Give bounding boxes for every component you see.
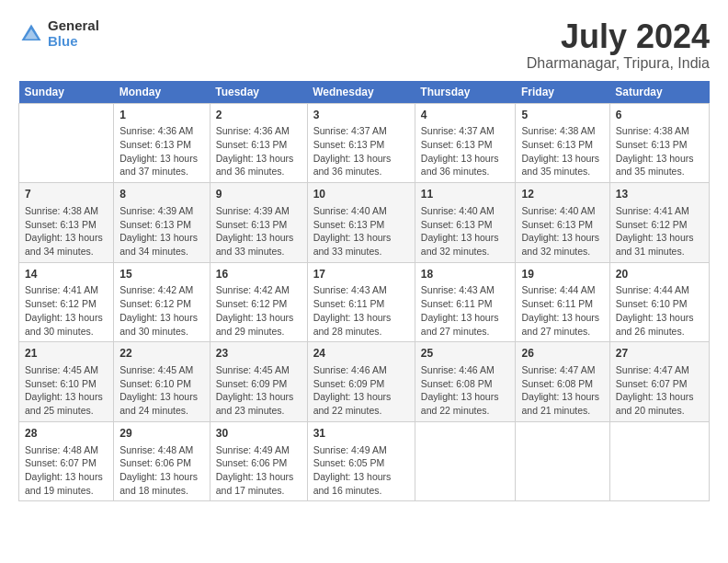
cell-info: Sunrise: 4:45 AMSunset: 6:10 PMDaylight:… — [25, 363, 108, 418]
calendar-cell: 26Sunrise: 4:47 AMSunset: 6:08 PMDayligh… — [516, 342, 609, 422]
subtitle: Dharmanagar, Tripura, India — [527, 55, 710, 72]
cell-info: Sunrise: 4:44 AMSunset: 6:10 PMDaylight:… — [616, 283, 703, 338]
calendar-cell: 18Sunrise: 4:43 AMSunset: 6:11 PMDayligh… — [415, 262, 516, 342]
calendar-cell: 7Sunrise: 4:38 AMSunset: 6:13 PMDaylight… — [19, 183, 114, 263]
calendar-cell: 30Sunrise: 4:49 AMSunset: 6:06 PMDayligh… — [210, 421, 307, 501]
cell-info: Sunrise: 4:38 AMSunset: 6:13 PMDaylight:… — [616, 124, 703, 178]
day-number: 31 — [313, 426, 409, 442]
calendar-cell: 1Sunrise: 4:36 AMSunset: 6:13 PMDaylight… — [114, 103, 210, 183]
day-number: 29 — [119, 426, 203, 442]
cell-info: Sunrise: 4:40 AMSunset: 6:13 PMDaylight:… — [521, 204, 603, 259]
calendar-cell: 12Sunrise: 4:40 AMSunset: 6:13 PMDayligh… — [516, 183, 609, 263]
calendar-cell — [516, 421, 609, 501]
day-number: 11 — [421, 187, 510, 202]
day-number: 7 — [25, 187, 108, 202]
day-number: 30 — [216, 426, 301, 442]
calendar-cell: 16Sunrise: 4:42 AMSunset: 6:12 PMDayligh… — [210, 262, 307, 342]
cell-info: Sunrise: 4:48 AMSunset: 6:06 PMDaylight:… — [119, 443, 203, 498]
day-number: 17 — [313, 267, 409, 282]
cell-info: Sunrise: 4:48 AMSunset: 6:07 PMDaylight:… — [25, 443, 108, 498]
day-number: 15 — [119, 267, 203, 282]
col-header-thursday: Thursday — [415, 81, 516, 104]
day-number: 22 — [119, 346, 203, 362]
cell-info: Sunrise: 4:42 AMSunset: 6:12 PMDaylight:… — [119, 283, 203, 338]
calendar-cell: 27Sunrise: 4:47 AMSunset: 6:07 PMDayligh… — [609, 342, 709, 422]
calendar-cell: 31Sunrise: 4:49 AMSunset: 6:05 PMDayligh… — [307, 421, 415, 501]
day-number: 8 — [119, 187, 203, 202]
col-header-tuesday: Tuesday — [210, 81, 307, 104]
calendar-cell: 8Sunrise: 4:39 AMSunset: 6:13 PMDaylight… — [114, 183, 210, 263]
calendar-cell: 6Sunrise: 4:38 AMSunset: 6:13 PMDaylight… — [609, 103, 709, 183]
calendar-cell: 3Sunrise: 4:37 AMSunset: 6:13 PMDaylight… — [307, 103, 415, 183]
page: General Blue July 2024 Dharmanagar, Trip… — [0, 0, 728, 563]
calendar-cell: 2Sunrise: 4:36 AMSunset: 6:13 PMDaylight… — [210, 103, 307, 183]
calendar-cell: 22Sunrise: 4:45 AMSunset: 6:10 PMDayligh… — [114, 342, 210, 422]
cell-info: Sunrise: 4:40 AMSunset: 6:13 PMDaylight:… — [313, 204, 409, 259]
cell-info: Sunrise: 4:46 AMSunset: 6:08 PMDaylight:… — [421, 363, 510, 418]
cell-info: Sunrise: 4:42 AMSunset: 6:12 PMDaylight:… — [216, 283, 301, 338]
cell-info: Sunrise: 4:43 AMSunset: 6:11 PMDaylight:… — [421, 283, 510, 338]
day-number: 3 — [313, 108, 409, 123]
calendar-cell: 23Sunrise: 4:45 AMSunset: 6:09 PMDayligh… — [210, 342, 307, 422]
col-header-friday: Friday — [516, 81, 609, 104]
calendar-cell: 19Sunrise: 4:44 AMSunset: 6:11 PMDayligh… — [516, 262, 609, 342]
col-header-sunday: Sunday — [19, 81, 114, 104]
day-number: 23 — [216, 346, 301, 362]
cell-info: Sunrise: 4:39 AMSunset: 6:13 PMDaylight:… — [216, 204, 301, 259]
cell-info: Sunrise: 4:36 AMSunset: 6:13 PMDaylight:… — [119, 124, 203, 178]
day-number: 20 — [616, 267, 703, 282]
calendar-table: SundayMondayTuesdayWednesdayThursdayFrid… — [18, 81, 710, 502]
calendar-cell: 28Sunrise: 4:48 AMSunset: 6:07 PMDayligh… — [19, 421, 114, 501]
cell-info: Sunrise: 4:38 AMSunset: 6:13 PMDaylight:… — [521, 124, 603, 178]
calendar-cell: 24Sunrise: 4:46 AMSunset: 6:09 PMDayligh… — [307, 342, 415, 422]
calendar-cell: 10Sunrise: 4:40 AMSunset: 6:13 PMDayligh… — [307, 183, 415, 263]
day-number: 25 — [421, 346, 510, 362]
day-number: 24 — [313, 346, 409, 362]
day-number: 19 — [521, 267, 603, 282]
day-number: 5 — [521, 108, 603, 123]
cell-info: Sunrise: 4:46 AMSunset: 6:09 PMDaylight:… — [313, 363, 409, 418]
logo-text: General Blue — [48, 18, 99, 49]
cell-info: Sunrise: 4:37 AMSunset: 6:13 PMDaylight:… — [313, 124, 409, 178]
cell-info: Sunrise: 4:49 AMSunset: 6:05 PMDaylight:… — [313, 443, 409, 498]
cell-info: Sunrise: 4:47 AMSunset: 6:07 PMDaylight:… — [616, 363, 703, 418]
main-title: July 2024 — [527, 18, 710, 55]
calendar-cell — [19, 103, 114, 183]
day-number: 9 — [216, 187, 301, 202]
cell-info: Sunrise: 4:43 AMSunset: 6:11 PMDaylight:… — [313, 283, 409, 338]
day-number: 2 — [216, 108, 301, 123]
cell-info: Sunrise: 4:49 AMSunset: 6:06 PMDaylight:… — [216, 443, 301, 498]
day-number: 27 — [616, 346, 703, 362]
day-number: 16 — [216, 267, 301, 282]
cell-info: Sunrise: 4:41 AMSunset: 6:12 PMDaylight:… — [25, 283, 108, 338]
day-number: 10 — [313, 187, 409, 202]
day-number: 26 — [521, 346, 603, 362]
week-row-4: 21Sunrise: 4:45 AMSunset: 6:10 PMDayligh… — [19, 342, 710, 422]
calendar-cell: 5Sunrise: 4:38 AMSunset: 6:13 PMDaylight… — [516, 103, 609, 183]
cell-info: Sunrise: 4:36 AMSunset: 6:13 PMDaylight:… — [216, 124, 301, 178]
day-number: 14 — [25, 267, 108, 282]
day-number: 6 — [616, 108, 703, 123]
calendar-cell — [415, 421, 516, 501]
logo-icon — [18, 21, 44, 47]
logo: General Blue — [18, 18, 99, 49]
week-row-2: 7Sunrise: 4:38 AMSunset: 6:13 PMDaylight… — [19, 183, 710, 263]
day-number: 28 — [25, 426, 108, 442]
calendar-cell: 15Sunrise: 4:42 AMSunset: 6:12 PMDayligh… — [114, 262, 210, 342]
calendar-cell: 4Sunrise: 4:37 AMSunset: 6:13 PMDaylight… — [415, 103, 516, 183]
calendar-cell: 21Sunrise: 4:45 AMSunset: 6:10 PMDayligh… — [19, 342, 114, 422]
week-row-1: 1Sunrise: 4:36 AMSunset: 6:13 PMDaylight… — [19, 103, 710, 183]
cell-info: Sunrise: 4:39 AMSunset: 6:13 PMDaylight:… — [119, 204, 203, 259]
calendar-cell: 11Sunrise: 4:40 AMSunset: 6:13 PMDayligh… — [415, 183, 516, 263]
day-number: 21 — [25, 346, 108, 362]
header: General Blue July 2024 Dharmanagar, Trip… — [18, 18, 710, 72]
calendar-cell: 13Sunrise: 4:41 AMSunset: 6:12 PMDayligh… — [609, 183, 709, 263]
col-header-monday: Monday — [114, 81, 210, 104]
calendar-cell: 9Sunrise: 4:39 AMSunset: 6:13 PMDaylight… — [210, 183, 307, 263]
cell-info: Sunrise: 4:45 AMSunset: 6:09 PMDaylight:… — [216, 363, 301, 418]
day-number: 13 — [616, 187, 703, 202]
header-row: SundayMondayTuesdayWednesdayThursdayFrid… — [19, 81, 710, 104]
calendar-cell: 14Sunrise: 4:41 AMSunset: 6:12 PMDayligh… — [19, 262, 114, 342]
day-number: 4 — [421, 108, 510, 123]
cell-info: Sunrise: 4:40 AMSunset: 6:13 PMDaylight:… — [421, 204, 510, 259]
